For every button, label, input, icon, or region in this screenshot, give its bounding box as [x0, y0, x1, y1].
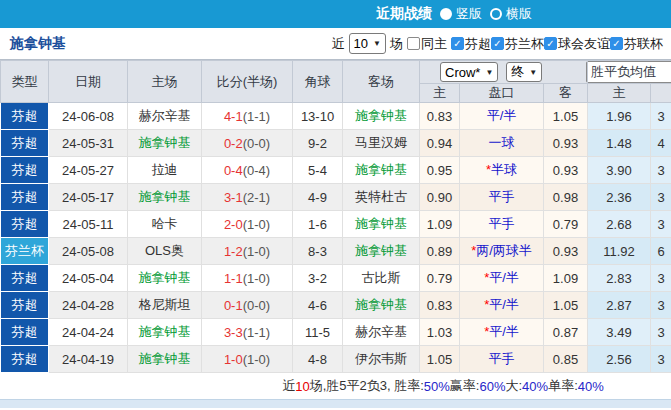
halftime-score: (2-1)	[243, 190, 270, 205]
away-odds-cell: 0.93	[544, 238, 588, 265]
table-row: 芬超24-05-17施拿钟基3-1(2-1)4-9英特杜古0.90平手0.982…	[1, 184, 671, 211]
radio-horizontal-layout[interactable]: 横版	[490, 5, 532, 23]
away-team-cell: 马里汉姆	[343, 130, 420, 157]
filter-checkbox-3[interactable]: ✓芬联杯	[610, 35, 663, 53]
handicap-text: 一球	[489, 135, 515, 150]
same-home-checkbox[interactable]: 同主	[407, 35, 447, 53]
results-table: 类型 日期 主场 比分(半场) 角球 客场 Crow* ▼ 终 ▼	[0, 60, 671, 373]
score-cell: 0-2(0-0)	[202, 130, 293, 157]
fulltime-score: 2-0	[224, 217, 243, 232]
match-date-cell: 24-04-24	[49, 319, 128, 346]
away-odds-cell: 0.85	[544, 346, 588, 373]
checkbox-checked-icon[interactable]: ✓	[610, 37, 623, 50]
top-banner: 近期战绩 竖版 横版	[0, 0, 671, 28]
away-team-cell: 英特杜古	[343, 184, 420, 211]
filter-checkbox-0[interactable]: ✓芬超	[451, 35, 491, 53]
match-type-cell: 芬超	[1, 346, 49, 373]
away-odds-cell: 0.93	[544, 130, 588, 157]
handicap-text: 平手	[489, 351, 515, 366]
filter-checkbox-1[interactable]: ✓芬兰杯	[491, 35, 544, 53]
table-row: 芬超24-05-31施拿钟基0-2(0-0)9-2马里汉姆0.94一球0.931…	[1, 130, 671, 157]
checkbox-unchecked-icon[interactable]	[407, 37, 420, 50]
summary-segment: 赢率:	[450, 377, 480, 395]
odds-header-group: Crow* ▼ 终 ▼	[420, 61, 588, 84]
halftime-score: (1-1)	[243, 109, 270, 124]
wdl-partial-cell: 3	[651, 346, 671, 373]
home-team-cell: OLS奥	[128, 238, 202, 265]
home-odds-cell: 0.90	[420, 184, 460, 211]
handicap-text: 半球	[491, 162, 517, 177]
handicap-cell: 一球	[460, 130, 544, 157]
wdl-partial-cell: 3	[651, 265, 671, 292]
handicap-cell: 平手	[460, 211, 544, 238]
subcol-header-away-odds: 客	[544, 84, 588, 103]
wdl-partial-cell: 3	[651, 319, 671, 346]
away-team-cell: 施拿钟基	[343, 157, 420, 184]
halftime-score: (0-0)	[243, 136, 270, 151]
home-team-cell: 施拿钟基	[128, 130, 202, 157]
radio-unselected-icon[interactable]	[490, 8, 502, 20]
match-date-cell: 24-04-28	[49, 292, 128, 319]
radio-horizontal-label: 横版	[506, 5, 532, 23]
wdl-partial-cell: 3	[651, 184, 671, 211]
fulltime-score: 4-1	[224, 109, 243, 124]
match-type-cell: 芬超	[1, 265, 49, 292]
away-team-cell: 施拿钟基	[343, 238, 420, 265]
checkbox-checked-icon[interactable]: ✓	[491, 37, 504, 50]
score-cell: 1-0(1-0)	[202, 346, 293, 373]
away-team-cell: 施拿钟基	[343, 211, 420, 238]
score-cell: 0-4(0-4)	[202, 157, 293, 184]
wdl-partial-cell: 3	[651, 292, 671, 319]
fulltime-score: 3-1	[224, 190, 243, 205]
halftime-score: (1-0)	[243, 271, 270, 286]
halftime-score: (1-0)	[243, 352, 270, 367]
corner-cell: 4-6	[293, 292, 343, 319]
col-header-corner: 角球	[293, 61, 343, 103]
subcol-header-wdl-home: 主	[588, 84, 651, 103]
corner-cell: 9-2	[293, 130, 343, 157]
handicap-cell: 平手	[460, 346, 544, 373]
odds-time-select[interactable]: 终 ▼	[506, 62, 542, 82]
wdl-home-avg-cell: 1.48	[588, 130, 651, 157]
table-row: 芬超24-05-11哈卡2-0(1-0)1-6施拿钟基1.09平手0.792.6…	[1, 211, 671, 238]
away-odds-cell: 1.09	[544, 265, 588, 292]
handicap-cell: 平手	[460, 184, 544, 211]
table-row: 芬超24-05-04施拿钟基1-1(1-0)3-2古比斯0.79*平/半1.09…	[1, 265, 671, 292]
wdl-home-avg-cell: 11.92	[588, 238, 651, 265]
wdl-partial-cell: 3	[651, 157, 671, 184]
fulltime-score: 0-4	[224, 163, 243, 178]
home-team-cell: 哈卡	[128, 211, 202, 238]
home-team-cell: 施拿钟基	[128, 184, 202, 211]
col-header-date: 日期	[49, 61, 128, 103]
match-date-cell: 24-05-31	[49, 130, 128, 157]
checkbox-checked-icon[interactable]: ✓	[451, 37, 464, 50]
wdl-partial-cell: 3	[651, 103, 671, 130]
corner-cell: 4-9	[293, 184, 343, 211]
fulltime-score: 0-2	[224, 136, 243, 151]
fulltime-score: 3-3	[224, 325, 243, 340]
wdl-average-button[interactable]: 胜平负均值	[586, 61, 671, 83]
match-count-select[interactable]: 10 ▼	[349, 33, 386, 54]
home-team-cell: 赫尔辛基	[128, 103, 202, 130]
handicap-cell: *两/两球半	[460, 238, 544, 265]
away-team-cell: 伊尔韦斯	[343, 346, 420, 373]
team-name: 施拿钟基	[10, 35, 66, 53]
fulltime-score: 1-2	[224, 244, 243, 259]
summary-segment: 单率:	[548, 377, 578, 395]
chevron-down-icon: ▼	[485, 68, 493, 77]
match-type-cell: 芬超	[1, 319, 49, 346]
home-odds-cell: 1.05	[420, 346, 460, 373]
table-row: 芬兰杯24-05-08OLS奥1-2(1-0)8-3施拿钟基0.89*两/两球半…	[1, 238, 671, 265]
radio-vertical-layout[interactable]: 竖版	[440, 5, 482, 23]
filter-checkbox-2[interactable]: ✓球会友谊	[544, 35, 610, 53]
checkbox-checked-icon[interactable]: ✓	[544, 37, 557, 50]
score-cell: 0-1(0-0)	[202, 292, 293, 319]
wdl-home-avg-cell: 2.36	[588, 184, 651, 211]
wdl-home-avg-cell: 1.96	[588, 103, 651, 130]
summary-segment: 60%	[479, 379, 505, 394]
odds-source-select[interactable]: Crow* ▼	[440, 62, 498, 82]
radio-selected-icon[interactable]	[440, 8, 452, 20]
handicap-text: 平/半	[489, 324, 519, 339]
home-team-cell: 拉迪	[128, 157, 202, 184]
odds-source-value: Crow*	[445, 65, 480, 80]
